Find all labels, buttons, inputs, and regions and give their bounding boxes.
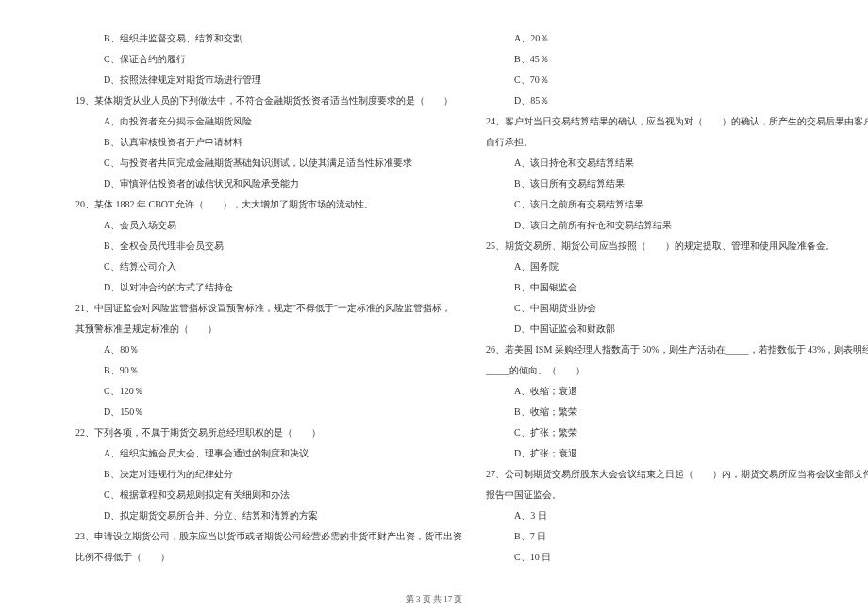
text-line: 21、中国证监会对风险监管指标设置预警标准，规定"不得低于"一定标准的风险监管指… — [75, 298, 462, 319]
text-line: A、收缩；衰退 — [486, 381, 868, 402]
text-line: _____的倾向。（ ） — [486, 360, 868, 381]
text-line: C、保证合约的履行 — [75, 49, 462, 70]
text-line: A、会员入场交易 — [75, 215, 462, 236]
text-line: A、20％ — [486, 28, 868, 49]
text-line: C、中国期货业协会 — [486, 298, 868, 319]
text-line: B、收缩；繁荣 — [486, 402, 868, 422]
text-line: 比例不得低于（ ） — [75, 547, 462, 568]
text-line: 25、期货交易所、期货公司应当按照（ ）的规定提取、管理和使用风险准备金。 — [486, 236, 868, 257]
text-line: 24、客户对当日交易结算结果的确认，应当视为对（ ）的确认，所产生的交易后果由客… — [486, 111, 868, 132]
right-column: A、20％B、45％C、70％D、85％24、客户对当日交易结算结果的确认，应当… — [476, 28, 868, 556]
text-line: A、3 日 — [486, 505, 868, 526]
page-footer: 第 3 页 共 17 页 — [0, 593, 868, 605]
text-line: C、120％ — [75, 381, 462, 402]
text-line: B、决定对违规行为的纪律处分 — [75, 464, 462, 485]
text-line: A、国务院 — [486, 257, 868, 277]
text-line: D、中国证监会和财政部 — [486, 319, 868, 340]
text-line: C、该日之前所有交易结算结果 — [486, 194, 868, 215]
text-line: 27、公司制期货交易所股东大会会议结束之日起（ ）内，期货交易所应当将会议全部文… — [486, 464, 868, 485]
text-line: C、扩张；繁荣 — [486, 422, 868, 443]
text-line: B、认真审核投资者开户申请材料 — [75, 132, 462, 153]
text-line: B、组织并监督交易、结算和交割 — [75, 28, 462, 49]
text-line: C、70％ — [486, 70, 868, 91]
text-line: B、中国银监会 — [486, 277, 868, 298]
text-line: 报告中国证监会。 — [486, 485, 868, 505]
text-line: A、该日持仓和交易结算结果 — [486, 153, 868, 174]
text-line: B、45％ — [486, 49, 868, 70]
text-line: B、该日所有交易结算结果 — [486, 174, 868, 194]
text-line: D、150％ — [75, 402, 462, 422]
text-line: B、90％ — [75, 360, 462, 381]
text-line: D、以对冲合约的方式了结持仓 — [75, 277, 462, 298]
text-line: A、组织实施会员大会、理事会通过的制度和决议 — [75, 443, 462, 464]
text-line: D、审慎评估投资者的诚信状况和风险承受能力 — [75, 174, 462, 194]
text-line: 22、下列各项，不属于期货交易所总经理职权的是（ ） — [75, 422, 462, 443]
text-line: 其预警标准是规定标准的（ ） — [75, 319, 462, 340]
text-line: C、10 日 — [486, 547, 868, 568]
text-line: 23、申请设立期货公司，股东应当以货币或者期货公司经营必需的非货币财产出资，货币… — [75, 526, 462, 547]
text-line: C、根据章程和交易规则拟定有关细则和办法 — [75, 485, 462, 505]
text-line: D、按照法律规定对期货市场进行管理 — [75, 70, 462, 91]
text-line: 19、某体期货从业人员的下列做法中，不符合金融期货投资者适当性制度要求的是（ ） — [75, 91, 462, 111]
text-line: 26、若美国 ISM 采购经理人指数高于 50%，则生产活动在_____，若指数… — [486, 340, 868, 360]
text-line: D、85％ — [486, 91, 868, 111]
text-line: B、全权会员代理非会员交易 — [75, 236, 462, 257]
text-line: B、7 日 — [486, 526, 868, 547]
text-line: A、向投资者充分揭示金融期货风险 — [75, 111, 462, 132]
exam-page: B、组织并监督交易、结算和交割C、保证合约的履行D、按照法律规定对期货市场进行管… — [0, 0, 868, 585]
left-column: B、组织并监督交易、结算和交割C、保证合约的履行D、按照法律规定对期货市场进行管… — [38, 28, 476, 556]
text-line: A、80％ — [75, 340, 462, 360]
text-line: 20、某体 1882 年 CBOT 允许（ ），大大增加了期货市场的流动性。 — [75, 194, 462, 215]
text-line: C、与投资者共同完成金融期货基础知识测试，以使其满足适当性标准要求 — [75, 153, 462, 174]
text-line: D、拟定期货交易所合并、分立、结算和清算的方案 — [75, 505, 462, 526]
text-line: D、该日之前所有持仓和交易结算结果 — [486, 215, 868, 236]
text-line: D、扩张；衰退 — [486, 443, 868, 464]
text-line: C、结算公司介入 — [75, 257, 462, 277]
text-line: 自行承担。 — [486, 132, 868, 153]
